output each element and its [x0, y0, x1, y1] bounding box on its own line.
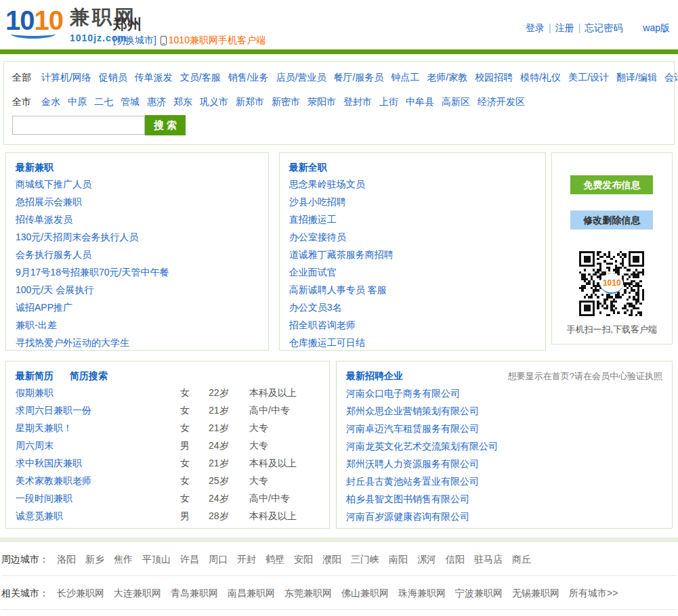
category-link[interactable]: 校园招聘 [475, 72, 513, 83]
district-link[interactable]: 高新区 [442, 96, 470, 107]
related-city-link[interactable]: 南昌兼职网 [228, 584, 275, 602]
related-city-link[interactable]: 所有城市>> [569, 584, 618, 602]
resume-link[interactable]: 求中秋国庆兼职 [16, 454, 180, 472]
nearby-city-link[interactable]: 濮阳 [322, 550, 341, 568]
category-link[interactable]: 翻译/编辑 [616, 72, 657, 83]
nearby-city-link[interactable]: 许昌 [180, 550, 199, 568]
related-city-link[interactable]: 珠海兼职网 [398, 584, 446, 602]
parttime-job-link[interactable]: 9月17号18号招兼职70元/天管中午餐 [16, 267, 169, 278]
parttime-job-link[interactable]: 会务执行服务人员 [16, 249, 91, 260]
related-city-link[interactable]: 宁波兼职网 [455, 584, 503, 602]
forgot-password-link[interactable]: 忘记密码 [585, 22, 622, 33]
resume-link[interactable]: 假期兼职 [16, 384, 180, 401]
latest-parttime-title[interactable]: 最新兼职 [16, 162, 54, 173]
fulltime-job-link[interactable]: 办公室接待员 [289, 232, 346, 242]
parttime-job-link[interactable]: 招传单派发员 [16, 214, 72, 225]
parttime-job-link[interactable]: 诚招APP推广 [16, 302, 72, 313]
latest-resumes-title[interactable]: 最新简历 [16, 370, 54, 381]
nearby-city-link[interactable]: 三门峡 [351, 550, 379, 568]
nearby-city-link[interactable]: 平顶山 [142, 550, 171, 568]
category-link[interactable]: 销售/业务 [228, 72, 269, 83]
resume-link[interactable]: 一段时间兼职 [16, 489, 180, 507]
category-link[interactable]: 文员/客服 [180, 72, 221, 83]
nearby-city-link[interactable]: 周口 [209, 550, 228, 568]
register-link[interactable]: 注册 [555, 22, 574, 33]
resume-search-link[interactable]: 简历搜索 [70, 370, 108, 381]
company-link[interactable]: 河南众口电子商务有限公司 [346, 388, 460, 399]
parttime-job-link[interactable]: 兼职-出差 [16, 320, 57, 330]
category-link[interactable]: 钟点工 [391, 72, 419, 83]
post-info-button[interactable]: 免费发布信息 [570, 175, 653, 194]
switch-city-link[interactable]: [切换城市] [113, 35, 156, 47]
fulltime-job-link[interactable]: 仓库搬运工可日结 [289, 337, 365, 348]
district-link[interactable]: 中牟县 [406, 96, 434, 107]
category-link[interactable]: 促销员 [99, 72, 127, 83]
related-city-link[interactable]: 大连兼职网 [114, 584, 161, 602]
fulltime-job-link[interactable]: 招全职咨询老师 [289, 320, 356, 330]
parttime-job-link[interactable]: 急招展示会兼职 [16, 196, 82, 207]
company-link[interactable]: 河南百岁源健康咨询有限公司 [346, 511, 469, 522]
parttime-job-link[interactable]: 寻找热爱户外运动的大学生 [16, 337, 129, 348]
fulltime-job-link[interactable]: 直招搬运工 [289, 214, 337, 225]
mobile-client-link[interactable]: 1010兼职网手机客户端 [169, 35, 266, 47]
fulltime-job-link[interactable]: 思念果岭驻场文员 [289, 179, 365, 190]
nearby-city-link[interactable]: 信阳 [446, 550, 465, 568]
nearby-city-link[interactable]: 鹤壁 [266, 550, 284, 568]
nearby-city-link[interactable]: 洛阳 [57, 550, 76, 568]
district-link[interactable]: 登封市 [343, 96, 372, 107]
company-link[interactable]: 封丘县古黄池站务置业有限公司 [346, 476, 479, 487]
resume-link[interactable]: 星期天兼职！ [16, 419, 180, 437]
nearby-city-link[interactable]: 安阳 [294, 550, 313, 568]
nearby-city-link[interactable]: 南阳 [389, 550, 408, 568]
nearby-city-link[interactable]: 商丘 [512, 550, 531, 568]
company-link[interactable]: 郑州众思企业营销策划有限公司 [346, 405, 479, 416]
category-link[interactable]: 老师/家教 [427, 72, 467, 83]
district-link[interactable]: 荥阳市 [308, 96, 336, 107]
category-link[interactable]: 传单派发 [135, 72, 173, 83]
parttime-job-link[interactable]: 100元/天 会展执行 [16, 284, 93, 295]
login-link[interactable]: 登录 [526, 22, 545, 33]
district-link[interactable]: 新郑市 [236, 96, 264, 107]
district-all[interactable]: 全市 [12, 96, 31, 107]
fulltime-job-link[interactable]: 企业面试官 [289, 267, 337, 278]
company-link[interactable]: 河南龙英文化艺术交流策划有限公司 [346, 441, 498, 452]
resume-link[interactable]: 美术家教兼职老师 [16, 472, 180, 489]
parttime-job-link[interactable]: 商城线下推广人员 [16, 179, 91, 190]
district-link[interactable]: 管城 [121, 96, 140, 107]
nearby-city-link[interactable]: 焦作 [114, 550, 133, 568]
search-button[interactable]: 搜 索 [145, 115, 186, 135]
related-city-link[interactable]: 长沙兼职网 [57, 584, 104, 602]
nearby-city-link[interactable]: 新乡 [85, 550, 104, 568]
category-link[interactable]: 餐厅/服务员 [333, 72, 383, 83]
company-link[interactable]: 柏乡县智文图书销售有限公司 [346, 493, 469, 504]
district-link[interactable]: 二七 [94, 96, 113, 107]
wap-link[interactable]: wap版 [643, 22, 670, 33]
company-link[interactable]: 郑州沃聘人力资源服务有限公司 [346, 458, 479, 469]
related-city-link[interactable]: 佛山兼职网 [341, 584, 389, 602]
district-link[interactable]: 新密市 [272, 96, 300, 107]
category-link[interactable]: 会计 [664, 72, 678, 83]
search-input[interactable] [12, 116, 145, 135]
category-link[interactable]: 美工/设计 [568, 72, 609, 83]
category-link[interactable]: 模特/礼仪 [520, 72, 561, 83]
nearby-city-link[interactable]: 开封 [237, 550, 256, 568]
latest-companies-title[interactable]: 最新招聘企业 [346, 368, 403, 384]
nearby-city-link[interactable]: 漯河 [417, 550, 436, 568]
company-link[interactable]: 河南卓迈汽车租赁服务有限公司 [346, 423, 479, 434]
parttime-job-link[interactable]: 130元/天招周末会务执行人员 [16, 232, 138, 242]
edit-delete-info-button[interactable]: 修改删除信息 [570, 211, 653, 229]
related-city-link[interactable]: 东莞兼职网 [284, 584, 332, 602]
category-link[interactable]: 计算机/网络 [41, 72, 91, 83]
latest-fulltime-title[interactable]: 最新全职 [289, 162, 327, 173]
fulltime-job-link[interactable]: 道诚雅丁藏茶服务商招聘 [289, 249, 394, 260]
category-link[interactable]: 店员/营业员 [276, 72, 326, 83]
resume-link[interactable]: 诚意觅兼职 [16, 507, 180, 525]
district-link[interactable]: 金水 [41, 96, 60, 107]
related-city-link[interactable]: 青岛兼职网 [171, 584, 218, 602]
district-link[interactable]: 中原 [68, 96, 87, 107]
category-all[interactable]: 全部 [12, 72, 31, 83]
district-link[interactable]: 经济开发区 [478, 96, 525, 107]
fulltime-job-link[interactable]: 高新诚聘人事专员 客服 [289, 284, 387, 295]
nearby-city-link[interactable]: 驻马店 [474, 550, 503, 568]
fulltime-job-link[interactable]: 沙县小吃招聘 [289, 196, 346, 207]
